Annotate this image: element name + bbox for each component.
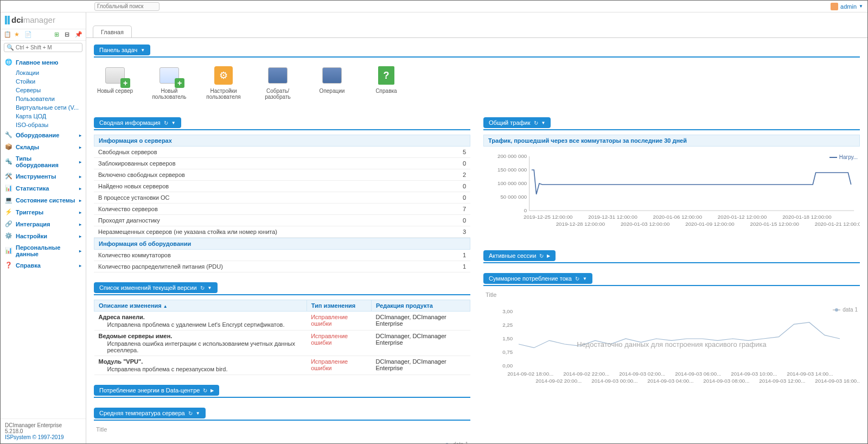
refresh-icon[interactable]: ↻ [539,253,544,259]
minus-icon[interactable]: ⊟ [65,31,72,39]
version-text: DCImanager Enterprise 5.218.0 [5,422,81,434]
summary-header-servers: Информация о серверах [94,135,470,147]
tab-main[interactable]: Главная [93,26,132,38]
nav-sub-item[interactable]: ISO-образы [1,120,86,129]
nav: 🌐 Главное меню ЛокацииСтойкиСерверыПольз… [1,54,86,418]
table-row[interactable]: Модуль "VPU".Исправлена проблема с перез… [94,356,470,375]
svg-text:2019-12-28 12:00:00: 2019-12-28 12:00:00 [556,221,605,227]
pin-icon[interactable]: 📌 [75,31,82,39]
svg-text:2020-01-06 12:00:00: 2020-01-06 12:00:00 [653,214,703,220]
power-chart: data 1 Недостаточно данных для построени… [483,303,860,396]
sidebar-search-input[interactable] [16,45,80,50]
task-icon[interactable]: +Новый сервер [96,65,134,100]
table-row[interactable]: Адреса панели.Исправлена проблема с удал… [94,312,470,331]
chevron-right-icon: ▸ [79,160,81,164]
nav-item[interactable]: ⚡Триггеры▸ [1,206,86,218]
col-type[interactable]: Тип изменения [307,300,371,312]
refresh-icon[interactable]: ↻ [203,388,207,394]
refresh-icon[interactable]: ↻ [164,120,168,126]
chevron-right-icon: ▸ [79,174,81,179]
sidebar-footer: DCImanager Enterprise 5.218.0 ISPsystem … [1,418,86,443]
info-row: Неразмещенных серверов (не указана стойк… [94,226,470,238]
caret-down-icon: ▼ [171,120,176,125]
nav-item[interactable]: 🔗Интеграция▸ [1,218,86,230]
svg-text:2020-01-21 12:00:00: 2020-01-21 12:00:00 [815,221,860,227]
refresh-icon[interactable]: ↻ [534,120,538,126]
nav-sub-item[interactable]: Карта ЦОД [1,112,86,120]
nav-sub-item[interactable]: Пользователи [1,94,86,103]
chevron-right-icon: ▸ [79,234,81,239]
task-icon[interactable]: ?Справка [367,65,405,100]
svg-text:2020-01-09 12:00:00: 2020-01-09 12:00:00 [685,221,735,227]
chevron-right-icon: ▸ [79,222,81,227]
clipboard-icon[interactable]: 📄 [24,31,32,39]
nav-item[interactable]: 📊Статистика▸ [1,182,86,194]
svg-text:200 000 000: 200 000 000 [497,154,527,159]
list-icon[interactable]: 📋 [4,31,11,39]
task-icon[interactable]: Собрать/ разобрать [259,65,297,100]
avgtemp-panel-header[interactable]: Средняя температура сервера ↻ ▼ [94,408,206,418]
task-icon[interactable]: Операции [313,65,351,100]
svg-text:2014-09-02 20:00...: 2014-09-02 20:00... [535,378,582,384]
plus-icon[interactable]: ⊞ [54,31,62,39]
svg-text:2014-09-03 02:00...: 2014-09-03 02:00... [619,371,665,377]
user-icon [831,3,838,10]
nav-item[interactable]: ⚙️Настройки▸ [1,230,86,242]
sidebar-toolbar: 📋 ★ 📄 ⊞ ⊟ 📌 [1,29,86,41]
nav-icon: ⚙️ [5,232,12,240]
svg-text:2014-09-03 12:00...: 2014-09-03 12:00... [759,378,805,384]
svg-text:2020-01-12 12:00:00: 2020-01-12 12:00:00 [718,214,767,220]
sessions-panel-header[interactable]: Активные сессии ↻ ▶ [483,250,556,261]
energy-panel-header[interactable]: Потребление энергии в Data-центре ↻ ▶ [94,385,219,396]
nav-icon: 💻 [5,196,12,204]
star-icon[interactable]: ★ [14,31,22,39]
col-edition[interactable]: Редакция продукта [372,300,470,312]
nav-sub-item[interactable]: Серверы [1,86,86,94]
svg-text:2,25: 2,25 [502,322,513,328]
tasks-panel-header[interactable]: Панель задач▼ [94,45,150,55]
svg-text:100 000 000: 100 000 000 [497,181,527,186]
nav-item[interactable]: 📦Склады▸ [1,141,86,153]
refresh-icon[interactable]: ↻ [575,276,579,282]
changes-panel-header[interactable]: Список изменений текущей версии ↻ ▼ [94,282,218,293]
task-icon[interactable]: +Новый пользователь [150,65,188,100]
svg-text:0: 0 [524,208,527,213]
sidebar-search[interactable]: 🔍 [4,43,82,52]
nav-sub-item[interactable]: Стойки [1,77,86,86]
nav-item[interactable]: ❓Справка▸ [1,259,86,271]
nav-item[interactable]: 📊Персональные данные▸ [1,242,86,259]
summary-panel-header[interactable]: Сводная информация ↻ ▼ [94,117,181,128]
global-search-input[interactable] [94,2,159,11]
table-row[interactable]: Ведомые серверы имен.Исправлена ошибка и… [94,331,470,356]
svg-text:2014-09-03 00:00...: 2014-09-03 00:00... [591,378,637,384]
logo: dcimanager [1,12,86,29]
user-name: admin [840,3,857,10]
power-panel-header[interactable]: Суммарное потребление тока ↻ ▼ [483,273,592,284]
caret-right-icon: ▶ [547,253,550,258]
nav-item[interactable]: 💻Состояние системы▸ [1,194,86,206]
avgtemp-chart: data 1 3,00 [94,438,470,443]
nav-sub-item[interactable]: Виртуальные сети (V... [1,103,86,112]
copyright-link[interactable]: ISPsystem © 1997-2019 [5,434,64,440]
svg-text:2014-09-03 06:00...: 2014-09-03 06:00... [675,371,721,377]
nav-item[interactable]: 🔧Оборудование▸ [1,129,86,141]
nav-item[interactable]: 🔩Типы оборудования▸ [1,153,86,170]
col-description[interactable]: Описание изменения ▲ [94,300,307,312]
nav-item[interactable]: 🛠️Инструменты▸ [1,170,86,182]
info-row: Количество распределителей питания (PDU)… [94,261,470,272]
svg-text:3,00: 3,00 [502,309,513,314]
chevron-right-icon: ▸ [79,210,81,215]
search-icon: 🔍 [7,44,14,51]
chevron-right-icon: ▸ [79,198,81,203]
task-icon[interactable]: ⚙Настройки пользователя [205,65,242,100]
chevron-right-icon: ▸ [79,145,81,150]
nav-sub-item[interactable]: Локации [1,68,86,77]
user-menu[interactable]: admin ▼ [831,3,863,10]
nav-icon: 🔧 [5,131,12,139]
refresh-icon[interactable]: ↻ [200,285,205,291]
svg-text:0,75: 0,75 [502,350,513,355]
summary-header-equipment: Информация об оборудовании [94,238,470,250]
traffic-panel-header[interactable]: Общий трафик ↻ ▼ [483,117,551,128]
refresh-icon[interactable]: ↻ [188,410,193,416]
nav-main-menu[interactable]: 🌐 Главное меню [1,56,86,68]
